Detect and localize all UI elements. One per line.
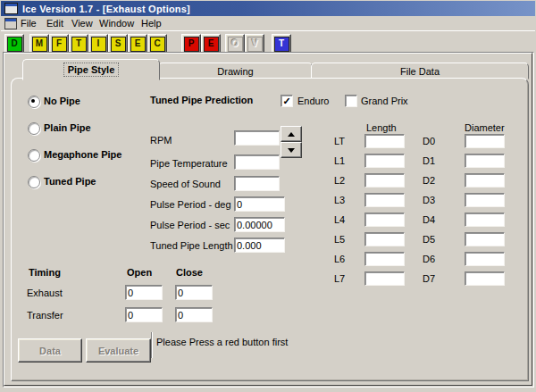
pulse-period-sec-label: Pulse Period - sec xyxy=(150,220,230,230)
d2-diameter-input[interactable] xyxy=(465,173,505,188)
lt-label: LT xyxy=(334,136,345,146)
length-column-header: Length xyxy=(366,122,397,133)
enduro-checkbox[interactable] xyxy=(281,95,293,107)
toolbar-button-p-red[interactable]: P xyxy=(181,34,201,54)
l3-label: L3 xyxy=(334,195,345,205)
d-button-glyph: D xyxy=(7,37,22,52)
toolbar: D M F T I S E C P E O V T xyxy=(1,30,535,54)
d3-label: D3 xyxy=(423,195,435,205)
d7-diameter-input[interactable] xyxy=(465,271,505,286)
status-message: Please Press a red button first xyxy=(156,337,288,347)
exhaust-open-input[interactable] xyxy=(125,285,163,300)
speed-of-sound-input[interactable] xyxy=(234,176,280,191)
l2-label: L2 xyxy=(334,175,345,186)
toolbar-button-d[interactable]: D xyxy=(4,34,24,54)
radio-tuned-pipe[interactable] xyxy=(28,176,40,188)
l7-length-input[interactable] xyxy=(364,271,405,286)
pipe-temperature-input[interactable] xyxy=(234,154,280,170)
rpm-spinner xyxy=(281,126,302,158)
toolbar-button-v-disabled: V xyxy=(245,34,264,54)
evaluate-button-label: Evaluate xyxy=(98,346,138,356)
toolbar-button-s[interactable]: S xyxy=(108,34,128,54)
d1-label: D1 xyxy=(423,155,435,166)
menu-bar: File Edit View Window Help xyxy=(1,16,535,30)
pulse-period-sec-input[interactable] xyxy=(234,217,285,232)
title-bar: Ice Version 1.7 - [Exhaust Options] xyxy=(1,1,535,16)
pulse-period-deg-input[interactable] xyxy=(234,196,285,212)
v-button-glyph: V xyxy=(247,37,263,52)
app-icon xyxy=(4,3,18,14)
radio-plain-pipe[interactable] xyxy=(28,122,40,135)
d4-diameter-input[interactable] xyxy=(465,213,505,227)
radio-plain-pipe-label: Plain Pipe xyxy=(44,122,91,133)
toolbar-button-o-disabled: O xyxy=(225,34,245,54)
menu-file[interactable]: File xyxy=(21,18,37,29)
pulse-period-deg-label: Pulse Period - deg xyxy=(150,199,231,210)
t-blue-button-glyph: T xyxy=(274,37,289,52)
exhaust-close-input[interactable] xyxy=(175,285,213,300)
mdi-child-icon[interactable] xyxy=(4,18,17,29)
l5-label: L5 xyxy=(334,234,345,245)
lt-length-input[interactable] xyxy=(364,134,405,148)
toolbar-button-t[interactable]: T xyxy=(69,34,88,54)
enduro-checkbox-label: Enduro xyxy=(297,96,329,106)
toolbar-button-e[interactable]: E xyxy=(128,34,147,54)
l1-length-input[interactable] xyxy=(364,154,405,168)
speed-of-sound-label: Speed of Sound xyxy=(150,179,221,189)
toolbar-button-e-red[interactable]: E xyxy=(201,34,221,54)
s-button-glyph: S xyxy=(111,37,126,52)
menu-view[interactable]: View xyxy=(71,18,93,29)
d0-diameter-input[interactable] xyxy=(465,134,505,148)
l4-length-input[interactable] xyxy=(364,213,405,227)
l1-label: L1 xyxy=(334,155,345,166)
tab-pipe-style-label: Pipe Style xyxy=(64,63,119,76)
app-window: Ice Version 1.7 - [Exhaust Options] File… xyxy=(0,0,536,392)
tab-pipe-style[interactable]: Pipe Style xyxy=(22,59,160,80)
grand-prix-checkbox-label: Grand Prix xyxy=(361,96,408,106)
t-button-glyph: T xyxy=(71,37,87,52)
d6-diameter-input[interactable] xyxy=(465,252,505,266)
f-button-glyph: F xyxy=(52,37,67,52)
toolbar-button-i[interactable]: I xyxy=(88,34,108,54)
grand-prix-checkbox[interactable] xyxy=(345,95,357,107)
tuned-pipe-length-input[interactable] xyxy=(234,238,285,253)
toolbar-button-c[interactable]: C xyxy=(147,34,167,54)
toolbar-button-m[interactable]: M xyxy=(29,34,49,54)
radio-no-pipe-label: No Pipe xyxy=(44,96,80,106)
radio-no-pipe[interactable] xyxy=(28,96,40,108)
radio-tuned-pipe-label: Tuned Pipe xyxy=(44,176,96,187)
d5-diameter-input[interactable] xyxy=(465,232,505,246)
l5-length-input[interactable] xyxy=(364,232,405,246)
down-arrow-icon xyxy=(288,148,295,153)
l6-length-input[interactable] xyxy=(364,252,405,266)
menu-window[interactable]: Window xyxy=(99,18,134,29)
l3-length-input[interactable] xyxy=(364,193,405,207)
d6-label: D6 xyxy=(423,254,435,264)
tuned-pipe-length-label: Tuned Pipe Length xyxy=(150,240,233,251)
m-button-glyph: M xyxy=(32,37,47,52)
d7-label: D7 xyxy=(423,273,435,284)
rpm-spinner-up-button[interactable] xyxy=(281,126,302,142)
transfer-open-input[interactable] xyxy=(125,307,163,322)
menu-edit[interactable]: Edit xyxy=(46,18,63,29)
transfer-close-input[interactable] xyxy=(175,307,213,322)
rpm-spinner-down-button[interactable] xyxy=(281,142,302,158)
timing-open-header: Open xyxy=(127,267,152,278)
diameter-column-header: Diameter xyxy=(465,122,505,133)
menu-help[interactable]: Help xyxy=(141,18,162,29)
tab-drawing-label: Drawing xyxy=(217,66,253,77)
evaluate-button: Evaluate xyxy=(86,338,151,363)
l7-label: L7 xyxy=(334,273,345,284)
radio-megaphone-pipe[interactable] xyxy=(28,149,40,162)
tab-file-data-label: File Data xyxy=(400,66,440,77)
toolbar-button-t-blue[interactable]: T xyxy=(272,34,291,54)
o-button-glyph: O xyxy=(228,37,243,52)
d3-diameter-input[interactable] xyxy=(465,193,505,207)
l2-length-input[interactable] xyxy=(364,173,405,188)
d1-diameter-input[interactable] xyxy=(465,154,505,168)
toolbar-button-f[interactable]: F xyxy=(49,34,69,54)
c-button-glyph: C xyxy=(150,37,165,52)
message-divider xyxy=(151,332,153,358)
data-button-label: Data xyxy=(39,346,61,356)
rpm-input[interactable] xyxy=(234,130,280,146)
